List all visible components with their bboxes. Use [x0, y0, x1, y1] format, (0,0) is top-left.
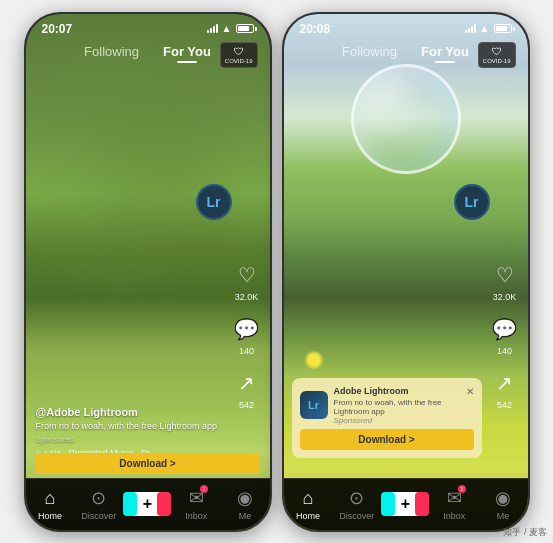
right-card-description: From no to woah, with the free Lightroom… [334, 398, 460, 416]
left-me-label: Me [239, 511, 252, 521]
right-share-count: 542 [497, 400, 512, 410]
right-home-icon: ⌂ [302, 488, 313, 509]
right-tab-home[interactable]: ⌂ Home [284, 488, 333, 521]
right-discover-icon: ⊙ [349, 487, 364, 509]
left-share-icon: ↗ [232, 368, 262, 398]
right-heart-icon: ♡ [490, 260, 520, 290]
right-notif-dot: 2 [458, 485, 466, 493]
right-like-count: 32.0K [493, 292, 517, 302]
left-tab-home[interactable]: ⌂ Home [26, 488, 75, 521]
left-time: 20:07 [42, 22, 73, 36]
left-battery-icon [236, 24, 254, 33]
left-add-button[interactable]: + [129, 492, 165, 516]
right-wifi-icon: ▲ [480, 23, 490, 34]
right-action-buttons: ♡ 32.0K 💬 140 ↗ 542 [490, 260, 520, 410]
left-signal-icon [207, 24, 218, 33]
left-shield-icon: 🛡 [225, 45, 253, 58]
right-add-icon: + [401, 495, 410, 513]
right-lr-small-badge: Lr [300, 391, 328, 419]
left-download-button[interactable]: Download > [36, 453, 260, 474]
right-card-close-button[interactable]: ✕ [466, 386, 474, 397]
right-share-button[interactable]: ↗ 542 [490, 368, 520, 410]
left-me-icon: ◉ [237, 487, 253, 509]
left-share-count: 542 [239, 400, 254, 410]
left-tab-me[interactable]: ◉ Me [221, 487, 270, 521]
left-comment-icon: 💬 [232, 314, 262, 344]
left-tab-inbox[interactable]: ✉ 2 Inbox [172, 487, 221, 521]
left-like-count: 32.0K [235, 292, 259, 302]
left-inbox-label: Inbox [185, 511, 207, 521]
left-description: From no to woah, with the free Lightroom… [36, 420, 222, 445]
left-wifi-icon: ▲ [222, 23, 232, 34]
right-phone: 20:08 ▲ Following For You 🛡 COVID-19 Lr [282, 12, 530, 532]
left-author: @Adobe Lightroom [36, 406, 222, 418]
left-phone: 20:07 ▲ Following For You 🛡 COVID-19 Lr [24, 12, 272, 532]
right-discover-label: Discover [339, 511, 374, 521]
left-share-button[interactable]: ↗ 542 [232, 368, 262, 410]
right-tab-add[interactable]: + [381, 492, 430, 516]
right-card-sponsored-label: Sponsored [334, 416, 460, 425]
left-heart-icon: ♡ [232, 260, 262, 290]
left-status-bar: 20:07 ▲ [26, 14, 270, 40]
right-card-header: Lr Adobe Lightroom From no to woah, with… [300, 386, 474, 425]
right-tab-inbox[interactable]: ✉ 2 Inbox [430, 487, 479, 521]
left-discover-icon: ⊙ [91, 487, 106, 509]
left-inbox-badge: ✉ 2 [189, 487, 204, 509]
right-for-you-tab[interactable]: For You [421, 44, 469, 61]
right-like-button[interactable]: ♡ 32.0K [490, 260, 520, 302]
right-inbox-badge: ✉ 2 [447, 487, 462, 509]
right-tab-discover[interactable]: ⊙ Discover [332, 487, 381, 521]
right-signal-icon [465, 24, 476, 33]
right-time: 20:08 [300, 22, 331, 36]
left-tab-discover[interactable]: ⊙ Discover [74, 487, 123, 521]
left-status-icons: ▲ [207, 23, 254, 34]
right-tab-me[interactable]: ◉ Me [479, 487, 528, 521]
page-watermark: 知乎 / 麦客 [503, 526, 547, 539]
right-comment-button[interactable]: 💬 140 [490, 314, 520, 356]
right-sponsored-card: Lr Adobe Lightroom From no to woah, with… [292, 378, 482, 458]
right-battery-icon [494, 24, 512, 33]
right-home-label: Home [296, 511, 320, 521]
right-shield-icon: 🛡 [483, 45, 511, 58]
left-notif-dot: 2 [200, 485, 208, 493]
left-like-button[interactable]: ♡ 32.0K [232, 260, 262, 302]
right-lr-badge[interactable]: Lr [454, 184, 490, 220]
right-add-button[interactable]: + [387, 492, 423, 516]
left-tab-add[interactable]: + [123, 492, 172, 516]
left-for-you-tab[interactable]: For You [163, 44, 211, 61]
left-bottom-tabbar: ⌂ Home ⊙ Discover + ✉ 2 Inbox ◉ [26, 478, 270, 530]
right-covid-badge[interactable]: 🛡 COVID-19 [478, 42, 516, 69]
left-comment-button[interactable]: 💬 140 [232, 314, 262, 356]
right-comment-icon: 💬 [490, 314, 520, 344]
left-discover-label: Discover [81, 511, 116, 521]
right-following-tab[interactable]: Following [342, 44, 397, 61]
left-comment-count: 140 [239, 346, 254, 356]
right-status-bar: 20:08 ▲ [284, 14, 528, 40]
left-following-tab[interactable]: Following [84, 44, 139, 61]
left-add-icon: + [143, 495, 152, 513]
right-phone-overlay: 20:08 ▲ Following For You 🛡 COVID-19 Lr [284, 14, 528, 530]
left-home-label: Home [38, 511, 62, 521]
right-card-text: Adobe Lightroom From no to woah, with th… [334, 386, 460, 425]
right-card-title: Adobe Lightroom [334, 386, 460, 398]
left-lr-badge[interactable]: Lr [196, 184, 232, 220]
right-status-icons: ▲ [465, 23, 512, 34]
right-share-icon: ↗ [490, 368, 520, 398]
left-phone-overlay: 20:07 ▲ Following For You 🛡 COVID-19 Lr [26, 14, 270, 530]
right-inbox-label: Inbox [443, 511, 465, 521]
left-bottom-info: @Adobe Lightroom From no to woah, with t… [36, 406, 222, 457]
right-me-label: Me [497, 511, 510, 521]
right-me-icon: ◉ [495, 487, 511, 509]
right-comment-count: 140 [497, 346, 512, 356]
right-bottom-tabbar: ⌂ Home ⊙ Discover + ✉ 2 Inbox ◉ [284, 478, 528, 530]
left-sponsored-label: Sponsored [36, 435, 75, 444]
left-covid-badge[interactable]: 🛡 COVID-19 [220, 42, 258, 69]
right-card-download-button[interactable]: Download > [300, 429, 474, 450]
left-home-icon: ⌂ [44, 488, 55, 509]
left-action-buttons: ♡ 32.0K 💬 140 ↗ 542 [232, 260, 262, 410]
